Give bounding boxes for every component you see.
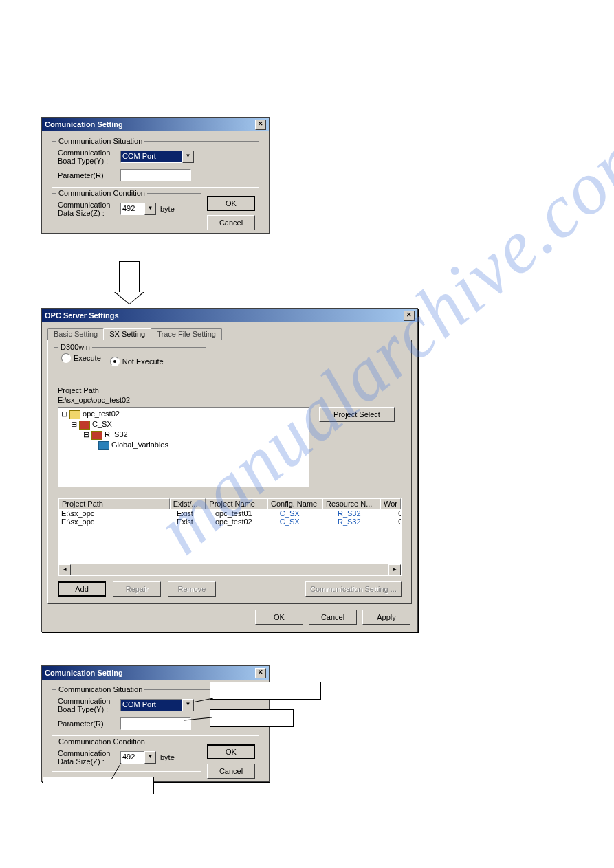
project-list[interactable]: Project Path Exist/... Project Name Conf…: [58, 498, 402, 576]
add-button[interactable]: Add: [58, 581, 106, 597]
radio-execute[interactable]: Execute: [61, 353, 101, 363]
chevron-down-icon[interactable]: ▼: [144, 751, 156, 764]
radio-not-execute[interactable]: Not Execute: [110, 357, 164, 366]
cancel-button[interactable]: Cancel: [207, 764, 255, 779]
repair-button[interactable]: Repair: [113, 581, 161, 597]
table-row[interactable]: E:\sx_opc Exist opc_test01 C_SX R_S32 Gl…: [58, 509, 401, 518]
col-wor[interactable]: Wor: [380, 498, 401, 509]
scroll-left-icon[interactable]: ◂: [58, 564, 71, 575]
svg-line-0: [193, 698, 213, 702]
chevron-down-icon[interactable]: ▼: [182, 151, 194, 163]
titlebar: Comunication Setting ✕: [42, 118, 269, 131]
annotation-box: [210, 682, 321, 700]
dialog-title: Comunication Setting: [45, 120, 123, 129]
dialog-title: Comunication Setting: [45, 668, 123, 678]
scroll-right-icon[interactable]: ▸: [388, 564, 401, 575]
annotation-line: [111, 763, 139, 779]
project-path-value: E:\sx_opc\opc_test02: [58, 396, 402, 404]
close-icon[interactable]: ✕: [404, 311, 415, 321]
group-title: D300win: [58, 343, 92, 351]
group-title: Communication Situation: [56, 137, 144, 145]
table-row[interactable]: E:\sx_opc Exist opc_test02 C_SX R_S32 Gl…: [58, 518, 401, 526]
group-title: Communication Situation: [56, 685, 144, 693]
col-resource-name[interactable]: Resource N...: [322, 498, 380, 509]
data-size-label: Communication Data Size(Z) :: [58, 201, 116, 217]
communication-setting-button[interactable]: Communication Setting ...: [305, 581, 402, 597]
parameter-field[interactable]: [120, 717, 191, 730]
svg-line-1: [184, 717, 212, 720]
close-icon[interactable]: ✕: [255, 120, 266, 130]
project-select-button[interactable]: Project Select: [319, 407, 395, 422]
parameter-label: Parameter(R): [58, 720, 116, 728]
col-project-path[interactable]: Project Path: [58, 498, 170, 509]
ok-button[interactable]: OK: [207, 744, 255, 759]
arrow-down-icon: [119, 261, 140, 293]
project-tree[interactable]: ⊟ opc_test02 ⊟ C_SX ⊟ R_S32 Global_Varia…: [58, 407, 309, 487]
group-title: Communication Condition: [56, 737, 147, 746]
remove-button[interactable]: Remove: [168, 581, 216, 597]
data-size-combo[interactable]: 492: [120, 203, 144, 215]
parameter-label: Parameter(R): [58, 171, 116, 179]
ok-button[interactable]: OK: [255, 610, 303, 625]
project-path-label: Project Path: [58, 386, 402, 394]
opc-server-settings-dialog: OPC Server Settings ✕ Basic Setting SX S…: [41, 308, 418, 632]
tab-trace-file-setting[interactable]: Trace File Setting: [151, 328, 222, 340]
ok-button[interactable]: OK: [207, 196, 255, 211]
board-type-combo[interactable]: COM Port: [120, 699, 182, 711]
cancel-button[interactable]: Cancel: [309, 610, 357, 625]
tab-panel: D300win Execute Not Execute Project Path…: [47, 340, 412, 604]
group-title: Communication Condition: [56, 189, 147, 197]
board-type-combo[interactable]: COM Port: [120, 151, 182, 163]
close-icon[interactable]: ✕: [255, 668, 266, 678]
titlebar: Comunication Setting ✕: [42, 666, 269, 680]
board-type-label: Communication Boad Type(Y) :: [58, 148, 116, 165]
unit-label: byte: [160, 205, 175, 213]
titlebar: OPC Server Settings ✕: [42, 309, 417, 322]
tab-basic-setting[interactable]: Basic Setting: [47, 328, 104, 340]
board-type-label: Communication Boad Type(Y) :: [58, 697, 116, 713]
svg-line-2: [111, 763, 121, 779]
data-size-label: Communication Data Size(Z) :: [58, 749, 116, 766]
cancel-button[interactable]: Cancel: [207, 215, 255, 230]
tab-strip: Basic Setting SX Setting Trace File Sett…: [47, 328, 412, 340]
apply-button[interactable]: Apply: [362, 610, 410, 625]
horizontal-scrollbar[interactable]: ◂ ▸: [58, 564, 401, 575]
annotation-line: [184, 717, 212, 723]
annotation-line: [193, 698, 213, 706]
chevron-down-icon[interactable]: ▼: [144, 203, 156, 215]
communication-setting-dialog-1: Comunication Setting ✕ Communication Sit…: [41, 117, 270, 234]
col-config-name[interactable]: Config. Name: [267, 498, 322, 509]
col-project-name[interactable]: Project Name: [206, 498, 267, 509]
annotation-box: [210, 709, 294, 727]
unit-label: byte: [160, 753, 175, 761]
data-size-combo[interactable]: 492: [120, 751, 144, 764]
tab-sx-setting[interactable]: SX Setting: [103, 328, 151, 340]
col-exist[interactable]: Exist/...: [170, 498, 206, 509]
parameter-field[interactable]: [120, 169, 191, 181]
dialog-title: OPC Server Settings: [45, 311, 119, 320]
